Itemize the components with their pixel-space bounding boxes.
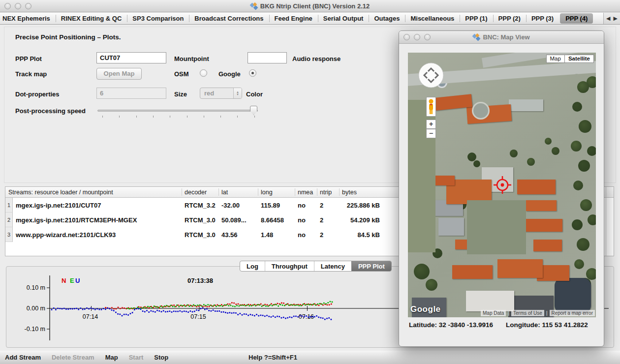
dot-color-dropdown[interactable]: red ▲▼ <box>200 88 242 99</box>
speed-slider-track[interactable] <box>97 110 258 112</box>
satellite-map[interactable]: Map Satellite + − <box>408 53 596 317</box>
osm-label: OSM <box>174 70 189 78</box>
tab-nex-ephemeris[interactable]: NEX Ephemeris <box>0 13 56 24</box>
legend-item-E: E <box>70 277 74 284</box>
tab-ppp-2[interactable]: PPP (2) <box>493 13 526 24</box>
map-road <box>408 258 565 262</box>
cell-long: 115.89 <box>258 202 295 209</box>
map-building <box>452 265 493 279</box>
dot-color-value: red <box>200 90 233 97</box>
cell-lat: 50.089... <box>218 216 258 224</box>
map-grass <box>467 200 526 254</box>
speed-slider-thumb[interactable] <box>250 106 257 115</box>
slider-tick-mark <box>170 116 170 118</box>
map-type-map-button[interactable]: Map <box>546 55 565 63</box>
column-header-streams[interactable]: Streams: resource loader / mountpoint <box>5 187 182 197</box>
stop-button[interactable]: Stop <box>154 354 168 361</box>
latitude-text: Latitude: 32 -3840 -13.9916 <box>409 321 493 329</box>
slider-tick-mark <box>119 116 120 118</box>
map-tree <box>414 264 430 279</box>
street-view-pegman[interactable] <box>426 97 436 117</box>
longitude-text: Longitude: 115 53 41.2822 <box>506 321 588 329</box>
map-plaza <box>472 102 490 120</box>
attribution-link-terms-of-use[interactable]: Terms of Use <box>511 310 544 316</box>
tab-outages[interactable]: Outages <box>369 13 405 24</box>
map-zoom-in-button[interactable]: + <box>426 120 436 129</box>
cell-mountpoint: mgex.igs-ip.net:2101/CUT07 <box>13 202 182 209</box>
slider-tick-mark <box>136 116 137 118</box>
main-titlebar: BKG Ntrip Client (BNC) Version 2.12 <box>0 0 620 12</box>
tab-strip: NEX EphemerisRINEX Editing & QCSP3 Compa… <box>0 13 620 25</box>
column-header-ntrip[interactable]: ntrip <box>317 187 339 197</box>
delete-stream-button: Delete Stream <box>52 354 94 361</box>
cell-ntrip: 2 <box>317 202 339 209</box>
column-header-nmea[interactable]: nmea <box>295 187 317 197</box>
tab-ppp-4[interactable]: PPP (4) <box>560 13 593 24</box>
tab-scroll-right-icon[interactable]: ▶ <box>613 15 619 22</box>
add-stream-button[interactable]: Add Stream <box>5 354 41 361</box>
cell-decoder: RTCM_3.0 <box>182 216 218 224</box>
cell-mountpoint: mgex.igs-ip.net:2101/RTCM3EPH-MGEX <box>13 216 182 224</box>
tab-miscellaneous[interactable]: Miscellaneous <box>405 13 460 24</box>
map-pan-control[interactable] <box>418 62 444 88</box>
bnc-app-icon <box>250 2 258 10</box>
audio-response-label: Audio response <box>292 55 341 62</box>
plot-tab-latency[interactable]: Latency <box>314 261 351 271</box>
google-radio[interactable] <box>249 69 256 77</box>
map-zoom-out-button[interactable]: − <box>426 129 436 138</box>
dropdown-stepper-icon: ▲▼ <box>233 88 242 98</box>
open-map-button[interactable]: Open Map <box>96 68 142 80</box>
tab-feed-engine[interactable]: Feed Engine <box>269 13 318 24</box>
column-header-long[interactable]: long <box>258 187 295 197</box>
cell-ntrip: 2 <box>317 216 339 224</box>
mountpoint-input[interactable] <box>248 52 287 63</box>
map-type-satellite-button[interactable]: Satellite <box>565 55 594 63</box>
column-header-bytes[interactable]: bytes <box>339 187 386 197</box>
map-road <box>563 53 575 317</box>
cell-bytes: 54.209 kB <box>339 216 386 224</box>
map-building <box>517 180 556 194</box>
position-crosshair-marker <box>494 176 511 194</box>
map-tree <box>580 199 592 211</box>
dot-size-input[interactable] <box>96 88 166 99</box>
map-tree <box>588 214 596 225</box>
column-header-lat[interactable]: lat <box>218 187 258 197</box>
cell-nmea: no <box>295 202 317 209</box>
track-map-label: Track map <box>15 70 47 78</box>
tab-broadcast-corrections[interactable]: Broadcast Corrections <box>189 13 269 24</box>
slider-tick-mark <box>153 116 154 118</box>
tab-scroll-left-icon[interactable]: ◀ <box>605 15 611 22</box>
cell-lat: 43.56 <box>218 231 258 239</box>
osm-radio[interactable] <box>200 69 207 77</box>
tab-ppp-1[interactable]: PPP (1) <box>460 13 493 24</box>
x-tick-label: 07:14 <box>83 313 98 320</box>
attribution-link-map-data[interactable]: Map Data <box>481 310 506 316</box>
slider-tick-mark <box>204 116 204 118</box>
column-header-decoder[interactable]: decoder <box>182 187 218 197</box>
map-window-title: BNC: Map View <box>399 33 604 41</box>
dot-properties-label: Dot-properties <box>15 91 60 98</box>
attribution-link-report-a-map-error[interactable]: Report a map error <box>550 310 595 316</box>
cell-long: 8.66458 <box>258 216 295 224</box>
tab-serial-output[interactable]: Serial Output <box>318 13 369 24</box>
tab-ppp-3[interactable]: PPP (3) <box>526 13 559 24</box>
streams-table-scrollbar[interactable] <box>606 187 614 256</box>
row-number: 3 <box>5 227 13 242</box>
ppp-plot-input[interactable] <box>96 52 166 63</box>
map-tree <box>545 138 552 145</box>
mountpoint-label: Mountpoint <box>174 55 209 62</box>
legend-item-N: N <box>62 277 66 284</box>
plot-tab-ppp-plot[interactable]: PPP Plot <box>351 261 391 271</box>
plot-tab-log[interactable]: Log <box>240 261 265 271</box>
tab-sp3-comparison[interactable]: SP3 Comparison <box>127 13 189 24</box>
map-building <box>466 291 514 311</box>
plot-tab-throughput[interactable]: Throughput <box>265 261 314 271</box>
start-button: Start <box>129 354 144 361</box>
y-tick-label: 0.00 m <box>27 305 45 312</box>
cell-bytes: 84.5 kB <box>339 231 386 239</box>
map-tree <box>579 120 591 133</box>
slider-tick-mark <box>254 116 255 118</box>
map-button[interactable]: Map <box>105 354 118 361</box>
cell-decoder: RTCM_3.2 <box>182 202 218 209</box>
tab-rinex-editing-qc[interactable]: RINEX Editing & QC <box>56 13 127 24</box>
